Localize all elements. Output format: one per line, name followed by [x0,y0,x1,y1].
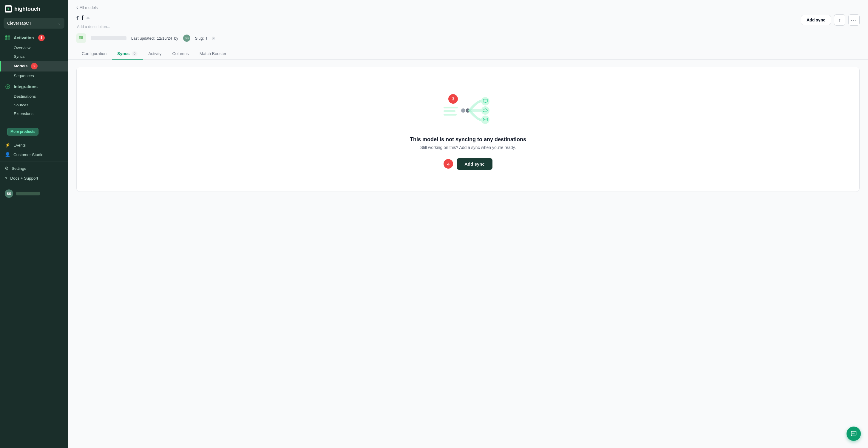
sidebar-item-customer-studio[interactable]: 👤 Customer Studio [0,150,68,159]
main-content: ‹ All models 𝐟 f ✏ Add a description... [68,0,868,448]
svg-point-14 [461,108,465,113]
tabs: Configuration Syncs 0 Activity Columns M… [68,48,868,60]
add-sync-button[interactable]: Add sync [801,15,831,25]
svg-rect-13 [443,114,457,115]
step3-badge: 3 [448,94,458,104]
sidebar-item-models[interactable]: Models 2 [0,61,68,71]
settings-icon: ⚙ [5,166,9,171]
add-sync-primary-button[interactable]: Add sync [457,158,493,170]
svg-point-22 [852,433,853,434]
events-icon: ⚡ [5,142,10,148]
add-description[interactable]: Add a description... [77,25,110,29]
sidebar-item-settings[interactable]: ⚙ Settings [0,163,68,173]
app-logo: hightouch [0,0,68,18]
upload-button[interactable]: ↑ [834,14,845,26]
step4-badge: 4 [443,159,453,169]
activation-section-header[interactable]: Activation 1 [0,32,68,43]
header-actions: Add sync ↑ ··· [801,14,860,26]
activation-icon [5,35,11,41]
svg-rect-11 [443,107,458,108]
svg-rect-19 [481,106,490,115]
source-icon [76,33,86,43]
page-icon: 𝐟 [76,15,79,22]
more-options-button[interactable]: ··· [848,14,860,26]
models-step-badge: 2 [31,63,38,69]
sidebar-item-overview[interactable]: Overview [0,43,68,52]
sidebar-item-docs-support[interactable]: ? Docs + Support [0,173,68,183]
sidebar-divider-2 [0,161,68,162]
svg-rect-18 [485,102,486,103]
syncs-count-badge: 0 [131,51,138,56]
svg-point-23 [854,433,854,434]
activation-label: Activation [14,35,34,40]
logo-icon [5,5,12,12]
sidebar-divider [0,121,68,121]
sidebar-item-sequences[interactable]: Sequences [0,71,68,80]
more-products-section: More products [0,123,68,140]
docs-icon: ? [5,176,7,181]
more-products-badge: More products [7,128,38,136]
svg-rect-3 [5,38,7,40]
svg-rect-10 [79,38,81,39]
tab-syncs[interactable]: Syncs 0 [112,48,143,60]
more-icon: ··· [851,17,857,23]
workspace-selector[interactable]: CleverTapCT ⌄ [4,18,64,29]
step3-area: 3 [448,94,458,104]
page-header: 𝐟 f ✏ Add a description... [68,10,868,43]
last-updated-label: Last updated: 12/16/24 by [131,36,178,40]
sidebar-item-extensions[interactable]: Extensions [0,109,68,118]
page-header-left: 𝐟 f ✏ Add a description... [76,14,214,43]
tab-configuration[interactable]: Configuration [76,48,112,60]
empty-state-title: This model is not syncing to any destina… [410,136,526,143]
integrations-label: Integrations [14,84,38,89]
page-title: f [82,14,84,22]
sidebar: hightouch CleverTapCT ⌄ Activation 1 Ove… [0,0,68,448]
tab-match-booster[interactable]: Match Booster [194,48,232,60]
description-row: Add a description... [76,24,214,29]
empty-state-subtitle: Still working on this? Add a sync when y… [420,145,516,150]
svg-point-6 [7,86,9,88]
user-profile[interactable]: SS [0,187,68,200]
content-area: 3 This model is not syncing to any desti… [68,60,868,448]
activation-section: Activation 1 Overview Syncs Models 2 Seq… [0,32,68,80]
all-models-link[interactable]: All models [80,5,97,10]
svg-rect-9 [79,38,82,38]
svg-rect-8 [79,37,82,37]
integrations-section: Integrations Destinations Sources Extens… [0,81,68,118]
svg-rect-4 [8,38,10,40]
user-name-placeholder [16,192,40,196]
svg-rect-1 [5,35,7,38]
add-sync-row: 4 Add sync [443,158,493,170]
breadcrumb: ‹ All models [68,0,868,10]
copy-icon[interactable]: ⎘ [212,36,214,40]
tab-columns[interactable]: Columns [167,48,194,60]
tab-activity[interactable]: Activity [143,48,167,60]
chevron-down-icon: ⌄ [58,21,61,25]
sidebar-item-events[interactable]: ⚡ Events [0,140,68,150]
slug-label: Slug: f [195,36,207,40]
sidebar-item-sources[interactable]: Sources [0,101,68,109]
source-name-bar [91,36,126,40]
integrations-icon [5,84,11,90]
meta-row: Last updated: 12/16/24 by SS Slug: f ⎘ [76,33,214,43]
updated-by-avatar: SS [183,35,190,42]
svg-point-24 [854,433,855,434]
svg-rect-12 [443,110,456,112]
customer-studio-icon: 👤 [5,152,10,157]
sidebar-item-syncs[interactable]: Syncs [0,52,68,61]
avatar: SS [5,189,13,198]
workspace-name: CleverTapCT [7,21,32,26]
app-name: hightouch [14,6,40,12]
chat-fab-button[interactable] [846,426,861,441]
empty-state-card: 3 This model is not syncing to any desti… [76,67,860,192]
edit-icon[interactable]: ✏ [87,16,90,21]
activation-step-badge: 1 [38,35,45,41]
svg-rect-2 [8,35,10,38]
svg-rect-16 [481,97,490,105]
svg-rect-20 [481,115,490,124]
chevron-left-icon: ‹ [76,5,78,10]
upload-icon: ↑ [838,17,841,23]
page-title-row: 𝐟 f ✏ [76,14,214,22]
sidebar-item-destinations[interactable]: Destinations [0,92,68,101]
integrations-section-header[interactable]: Integrations [0,81,68,92]
